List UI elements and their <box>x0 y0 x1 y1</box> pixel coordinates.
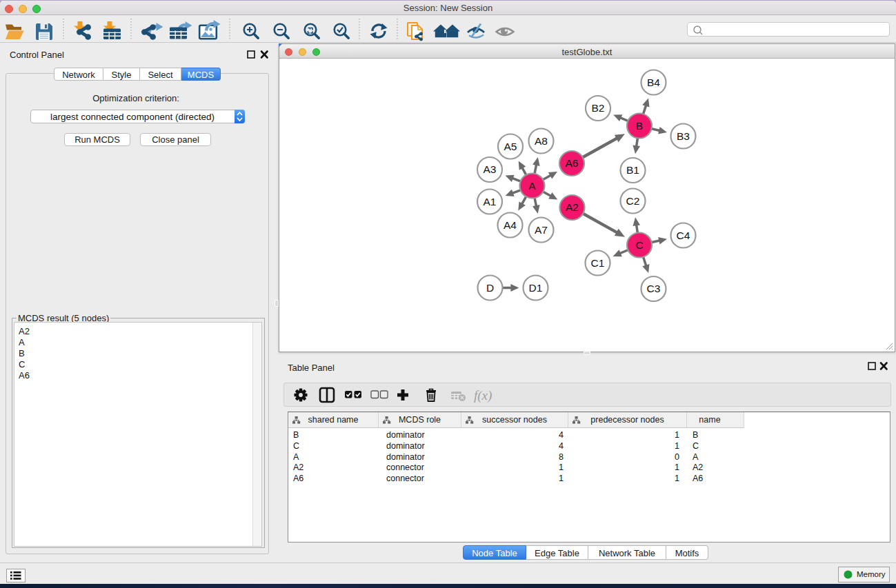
svg-text:B3: B3 <box>677 130 690 142</box>
svg-text:D1: D1 <box>529 282 543 294</box>
svg-text:B1: B1 <box>626 164 639 176</box>
svg-text:D: D <box>486 282 494 294</box>
svg-text:A3: A3 <box>484 163 497 175</box>
svg-text:C2: C2 <box>626 195 640 207</box>
svg-text:A7: A7 <box>535 224 548 236</box>
svg-text:A1: A1 <box>484 196 497 207</box>
svg-text:A6: A6 <box>566 157 579 169</box>
svg-text:B2: B2 <box>592 102 605 114</box>
svg-text:A2: A2 <box>566 201 579 213</box>
svg-text:f(x): f(x) <box>474 388 492 403</box>
svg-text:C1: C1 <box>591 257 605 269</box>
svg-text:C: C <box>635 239 643 251</box>
svg-text:B4: B4 <box>647 77 660 88</box>
svg-text:A5: A5 <box>504 141 517 152</box>
svg-text:C3: C3 <box>647 283 661 294</box>
svg-text:A8: A8 <box>535 135 548 147</box>
svg-text:A: A <box>528 180 536 192</box>
svg-text:C4: C4 <box>677 230 690 241</box>
svg-text:B: B <box>636 120 643 132</box>
svg-text:A4: A4 <box>504 219 517 231</box>
